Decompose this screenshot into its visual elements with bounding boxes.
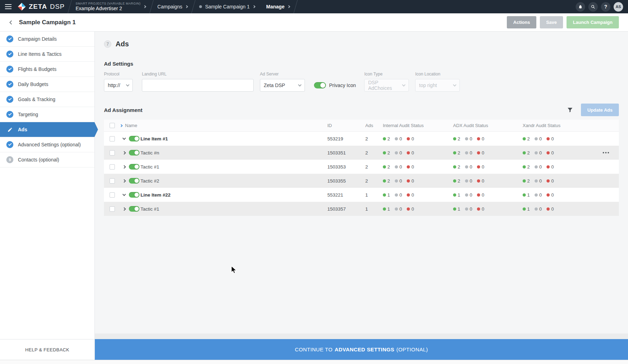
help-feedback-button[interactable]: HELP & FEEDBACK xyxy=(0,339,95,360)
row-name[interactable]: Tactic #n xyxy=(140,150,159,155)
avatar[interactable]: AS xyxy=(614,2,623,12)
column-xandr-audit: Xandr Audit Status xyxy=(523,123,585,128)
save-button[interactable]: Save xyxy=(540,16,563,28)
status-internal: 200 xyxy=(383,150,453,155)
column-id: ID xyxy=(327,123,365,128)
update-ads-button[interactable]: Update Ads xyxy=(581,104,619,116)
help-feedback-label: HELP & FEEDBACK xyxy=(25,347,70,352)
breadcrumb-campaigns[interactable]: Campaigns xyxy=(152,4,193,9)
table-row: Tactic #1 1503357 1 100 100 100 xyxy=(104,202,619,216)
row-menu-button[interactable] xyxy=(601,151,610,155)
row-active-toggle[interactable] xyxy=(129,178,139,184)
check-icon xyxy=(6,66,13,73)
page-header: Sample Campaign 1 Actions Save Launch Ca… xyxy=(0,13,628,32)
row-ads: 1 xyxy=(365,192,383,198)
row-name[interactable]: Tactic #1 xyxy=(140,206,159,212)
launch-campaign-button[interactable]: Launch Campaign xyxy=(567,16,619,28)
filter-button[interactable] xyxy=(565,105,575,115)
breadcrumb-advertiser[interactable]: SMART PROJECTS (VARIABLE MARGIN) Example… xyxy=(70,2,151,12)
row-expander-icon[interactable] xyxy=(122,137,126,140)
row-expander-icon[interactable] xyxy=(122,165,126,168)
row-checkbox[interactable] xyxy=(110,136,115,141)
scrollbar-track[interactable] xyxy=(0,360,628,364)
breadcrumb-campaigns-label: Campaigns xyxy=(157,4,182,9)
sidebar-item-targeting[interactable]: Targeting xyxy=(0,107,94,122)
row-name[interactable]: Line Item #1 xyxy=(140,136,168,141)
row-expander-icon[interactable] xyxy=(122,179,126,183)
icon-type-label: Icon Type xyxy=(364,72,409,77)
row-checkbox[interactable] xyxy=(110,178,115,184)
breadcrumb-campaign[interactable]: Sample Campaign 1 xyxy=(194,4,261,9)
chevron-right-icon xyxy=(287,5,290,8)
breadcrumb-campaign-label: Sample Campaign 1 xyxy=(205,4,250,9)
row-checkbox[interactable] xyxy=(110,164,115,170)
sidebar-item-contacts-optional[interactable]: 9 Contacts (optional) xyxy=(0,152,94,167)
sidebar-item-ads[interactable]: Ads xyxy=(0,122,94,137)
column-name[interactable]: Name xyxy=(125,123,137,128)
select-all-checkbox[interactable] xyxy=(110,123,115,128)
continue-bold: ADVANCED SETTINGS xyxy=(335,346,394,352)
help-button[interactable]: ? xyxy=(601,2,610,12)
check-icon xyxy=(6,96,13,103)
back-button[interactable] xyxy=(6,17,16,28)
row-name[interactable]: Tactic #1 xyxy=(140,164,159,170)
sidebar-item-flights-budgets[interactable]: Flights & Budgets xyxy=(0,62,94,77)
privacy-icon-toggle[interactable] xyxy=(314,82,326,88)
filter-funnel-icon xyxy=(567,107,573,113)
sidebar-item-label: Targeting xyxy=(18,112,38,117)
ad-table-body: Line Item #1 553219 2 200 200 200 Tactic… xyxy=(104,132,619,216)
column-adx-audit: ADX Audit Status xyxy=(453,123,523,128)
top-nav: ZETA DSP SMART PROJECTS (VARIABLE MARGIN… xyxy=(0,0,628,13)
protocol-select[interactable]: http:// xyxy=(104,79,133,92)
ad-server-value: Zeta DSP xyxy=(264,82,285,88)
row-active-toggle[interactable] xyxy=(129,164,139,170)
zeta-logo[interactable]: ZETA DSP xyxy=(16,2,70,11)
breadcrumb-manage[interactable]: Manage xyxy=(261,4,295,9)
chevron-right-icon xyxy=(253,5,255,8)
row-active-toggle[interactable] xyxy=(129,192,139,198)
continue-prefix: CONTINUE TO xyxy=(295,346,333,352)
ad-server-select[interactable]: Zeta DSP xyxy=(260,79,305,92)
row-ads: 2 xyxy=(365,178,383,184)
row-id: 1503353 xyxy=(327,164,365,170)
status-xandr: 100 xyxy=(523,192,585,198)
step-number-badge: 9 xyxy=(6,156,13,163)
row-checkbox[interactable] xyxy=(110,206,115,212)
status-xandr: 200 xyxy=(523,178,585,184)
notifications-button[interactable] xyxy=(576,2,585,12)
sidebar-item-advanced-settings-optional[interactable]: Advanced Settings (optional) xyxy=(0,137,94,152)
row-checkbox[interactable] xyxy=(110,192,115,198)
status-internal: 200 xyxy=(383,136,453,141)
status-adx: 200 xyxy=(453,136,523,141)
search-button[interactable] xyxy=(588,2,598,12)
row-id: 1503357 xyxy=(327,206,365,212)
row-checkbox[interactable] xyxy=(110,150,115,155)
sidebar-item-line-items-tactics[interactable]: Line Items & Tactics xyxy=(0,47,94,62)
sidebar-item-campaign-details[interactable]: Campaign Details xyxy=(0,32,94,47)
row-expander-icon[interactable] xyxy=(122,193,126,196)
row-active-toggle[interactable] xyxy=(129,150,139,155)
row-name[interactable]: Line Item #22 xyxy=(140,192,171,198)
row-id: 1503351 xyxy=(327,150,365,155)
row-active-toggle[interactable] xyxy=(129,206,139,212)
sidebar-item-daily-budgets[interactable]: Daily Budgets xyxy=(0,77,94,92)
zeta-logo-icon xyxy=(18,2,26,11)
sidebar-item-goals-tracking[interactable]: Goals & Tracking xyxy=(0,92,94,107)
step-badge: 7 xyxy=(104,40,111,48)
footer-bar: HELP & FEEDBACK CONTINUE TO ADVANCED SET… xyxy=(0,339,628,360)
status-xandr: 200 xyxy=(523,150,585,155)
sidebar-item-label: Ads xyxy=(18,127,27,132)
menu-icon[interactable] xyxy=(0,0,16,13)
main-content: 7 Ads Ad Settings Protocol http:// Landi… xyxy=(95,32,628,339)
actions-button[interactable]: Actions xyxy=(507,16,536,28)
ad-settings-form: Protocol http:// Landing URL Ad Server Z… xyxy=(104,72,619,92)
sidebar-item-label: Advanced Settings (optional) xyxy=(18,142,81,147)
row-active-toggle[interactable] xyxy=(129,136,139,141)
row-expander-icon[interactable] xyxy=(122,151,126,154)
landing-url-input[interactable] xyxy=(142,79,254,92)
sort-chevron-icon[interactable] xyxy=(120,124,123,127)
continue-button[interactable]: CONTINUE TO ADVANCED SETTINGS (OPTIONAL) xyxy=(95,339,628,360)
row-name[interactable]: Tactic #2 xyxy=(140,178,159,184)
row-expander-icon[interactable] xyxy=(122,207,126,211)
chevron-right-icon xyxy=(143,5,146,8)
